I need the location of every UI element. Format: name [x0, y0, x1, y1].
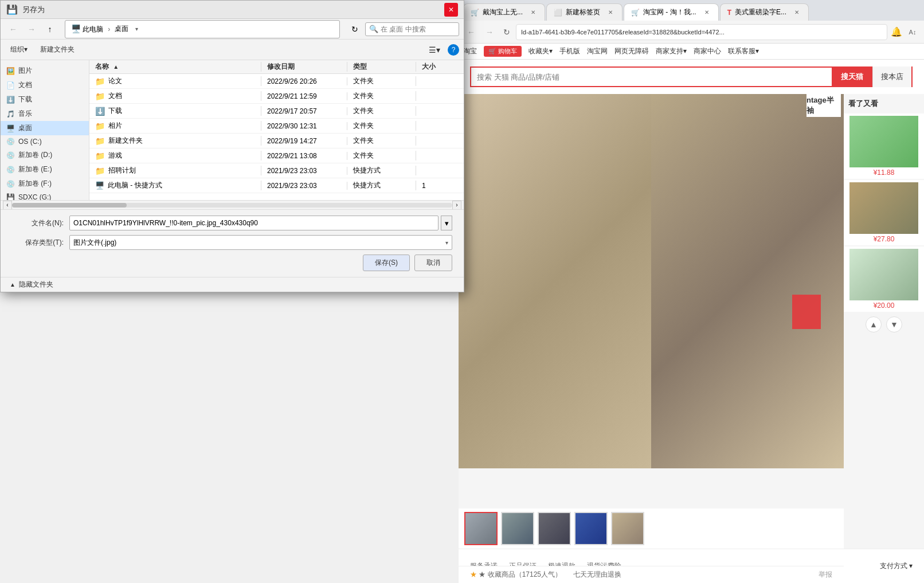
nav-customer-service[interactable]: 联系客服▾	[728, 46, 759, 56]
breadcrumb-desktop[interactable]: 桌面	[112, 23, 131, 35]
save-button[interactable]: 保存(S)	[363, 255, 410, 271]
seen-item-1[interactable]: ¥11.88	[844, 114, 924, 179]
forward-nav-button[interactable]: →	[24, 22, 40, 37]
thumbnail-row	[459, 508, 844, 549]
file-row-youxi[interactable]: 📁 游戏 2022/9/21 13:08 文件夹	[89, 148, 464, 163]
file-row-xiangpian[interactable]: 📁 相片 2022/9/30 12:31 文件夹	[89, 119, 464, 134]
organize-button[interactable]: 组织▾	[5, 42, 33, 57]
close-button[interactable]: ✕	[444, 3, 458, 17]
search-input[interactable]	[471, 73, 832, 81]
view-toggle-button[interactable]: ☰▾	[424, 43, 445, 57]
sidebar-item-drive-f[interactable]: 💿 新加卷 (F:)	[1, 177, 89, 191]
help-button[interactable]: ?	[448, 44, 459, 56]
scroll-left-button[interactable]: ‹	[3, 201, 12, 210]
nav-cart[interactable]: 🛒 购物车	[484, 46, 522, 57]
file-name-xiangpian: 相片	[108, 121, 122, 131]
forward-button[interactable]: →	[481, 25, 498, 40]
col-header-size[interactable]: 大小	[416, 62, 451, 72]
back-nav-button[interactable]: ←	[5, 22, 21, 37]
tab-4-close[interactable]: ✕	[792, 8, 801, 17]
search-shop-button[interactable]: 搜本店	[872, 66, 911, 87]
report-link[interactable]: 举报	[819, 570, 832, 580]
thumb-5[interactable]	[611, 512, 644, 545]
sidebar-item-pictures[interactable]: 🖼️ 图片	[1, 64, 89, 78]
sidebar-item-sdxc-g[interactable]: 💾 SDXC (G:)	[1, 191, 89, 200]
filename-label: 文件名(N):	[12, 218, 64, 228]
seen-item-2[interactable]: ¥27.80	[844, 180, 924, 245]
tab-bar: 🛒 戴淘宝上无... ✕ ⬜ 新建标签页 ✕ 🛒 淘宝网 - 淘！我... ✕ …	[459, 0, 924, 21]
scroll-down-button[interactable]: ▼	[886, 316, 902, 332]
tab-2-close[interactable]: ✕	[606, 8, 615, 17]
thumb-4[interactable]	[574, 512, 608, 545]
search-tianmao-button[interactable]: 搜天猫	[832, 66, 872, 87]
tab-1-label: 戴淘宝上无...	[483, 7, 523, 17]
tab-3-label: 淘宝网 - 淘！我...	[643, 7, 696, 17]
file-type-xiazai: 文件夹	[347, 106, 416, 116]
font-size-button[interactable]: A↕	[906, 25, 919, 39]
address-input[interactable]: Id-a1b7-4641-b3b9-4ce7e0117705&releaseId…	[516, 24, 887, 40]
sidebar-item-desktop[interactable]: 🖥️ 桌面	[1, 121, 89, 135]
refresh-button[interactable]: ↻	[500, 25, 514, 39]
tab-4[interactable]: T 美式重磅染字E... ✕	[720, 3, 809, 21]
nav-merchant-center[interactable]: 商家中心	[694, 46, 721, 56]
filetype-dropdown[interactable]: 图片文件(.jpg) ▾	[69, 235, 452, 250]
col-header-date[interactable]: 修改日期	[261, 62, 347, 72]
file-row-shortcut[interactable]: 🖥️ 此电脑 - 快捷方式 2021/9/23 23:03 快捷方式 1	[89, 178, 464, 193]
tab-1[interactable]: 🛒 戴淘宝上无... ✕	[463, 3, 545, 21]
toggle-arrow-icon: ▲	[10, 281, 15, 288]
nav-taobao2[interactable]: 淘宝网	[587, 46, 608, 56]
tab-1-close[interactable]: ✕	[528, 8, 538, 17]
breadcrumb-computer[interactable]: 🖥️ 此电脑	[69, 23, 105, 36]
folder-icon-zhaopin: 📁	[95, 166, 105, 175]
nav-accessibility[interactable]: 网页无障碍	[614, 46, 649, 56]
desktop-icon: 🖥️	[6, 124, 15, 132]
dialog-toolbar: 组织▾ 新建文件夹 ☰▾ ?	[1, 40, 464, 60]
scroll-up-button[interactable]: ▲	[866, 316, 882, 332]
cancel-button[interactable]: 取消	[414, 255, 452, 271]
file-row-xiazai[interactable]: ⬇️ 下载 2022/9/17 20:57 文件夹	[89, 104, 464, 119]
filename-dropdown-button[interactable]: ▾	[441, 216, 452, 230]
thumb-1[interactable]	[464, 512, 498, 545]
up-nav-button[interactable]: ↑	[42, 22, 58, 37]
seen-price-2: ¥27.80	[874, 235, 895, 243]
payment-label[interactable]: 支付方式 ▾	[880, 561, 913, 571]
scrollbar-thumb[interactable]	[12, 203, 127, 208]
fav-text[interactable]: ★ 收藏商品（17125人气）	[479, 570, 562, 578]
file-row-wendang[interactable]: 📁 文档 2022/9/21 12:59 文件夹	[89, 89, 464, 104]
tab-3[interactable]: 🛒 淘宝网 - 淘！我... ✕	[624, 3, 719, 21]
scrollbar-track[interactable]	[12, 203, 452, 208]
tab-3-close[interactable]: ✕	[702, 8, 711, 17]
nav-merchant-support[interactable]: 商家支持▾	[656, 46, 687, 56]
file-type-xinjian: 文件夹	[347, 136, 416, 146]
file-row-zhaopin[interactable]: 📁 招聘计划 2021/9/23 23:03 快捷方式	[89, 163, 464, 178]
breadcrumb-dropdown-icon[interactable]: ▾	[135, 26, 138, 32]
new-folder-button[interactable]: 新建文件夹	[35, 42, 80, 57]
sidebar-item-drive-e[interactable]: 💿 新加卷 (E:)	[1, 162, 89, 177]
settings-button[interactable]: 🔔	[890, 25, 903, 39]
sidebar-item-drive-d[interactable]: 💿 新加卷 (D:)	[1, 148, 89, 162]
nav-favorites[interactable]: 收藏夹▾	[528, 46, 553, 56]
col-header-name[interactable]: 名称 ▲	[89, 62, 261, 72]
product-image-right	[651, 94, 844, 468]
hidden-folders-toggle[interactable]: ▲ 隐藏文件夹	[1, 277, 464, 292]
back-button[interactable]: ←	[463, 25, 479, 40]
nav-mobile[interactable]: 手机版	[559, 46, 580, 56]
sidebar-item-downloads[interactable]: ⬇️ 下载	[1, 92, 89, 107]
thumb-3[interactable]	[538, 512, 571, 545]
refresh-nav-button[interactable]: ↻	[347, 22, 363, 37]
filename-input[interactable]	[69, 216, 438, 230]
sidebar-item-music[interactable]: 🎵 音乐	[1, 107, 89, 121]
seen-also-title: 看了又看	[844, 94, 924, 114]
thumb-2[interactable]	[501, 512, 534, 545]
search-input-field[interactable]	[381, 25, 455, 33]
tab-2[interactable]: ⬜ 新建标签页 ✕	[546, 3, 622, 21]
file-row-lunwen[interactable]: 📁 论文 2022/9/26 20:26 文件夹	[89, 74, 464, 89]
file-name-youxi: 游戏	[108, 151, 122, 161]
nav-taobao[interactable]: 淘宝	[463, 46, 477, 56]
col-header-type[interactable]: 类型	[347, 62, 416, 72]
sidebar-item-documents[interactable]: 📄 文档	[1, 78, 89, 92]
sidebar-item-os-c[interactable]: 💿 OS (C:)	[1, 135, 89, 148]
file-row-xinjian[interactable]: 📁 新建文件夹 2022/9/19 14:27 文件夹	[89, 134, 464, 148]
scroll-right-button[interactable]: ›	[452, 201, 461, 210]
seen-item-3[interactable]: ¥20.00	[844, 246, 924, 312]
